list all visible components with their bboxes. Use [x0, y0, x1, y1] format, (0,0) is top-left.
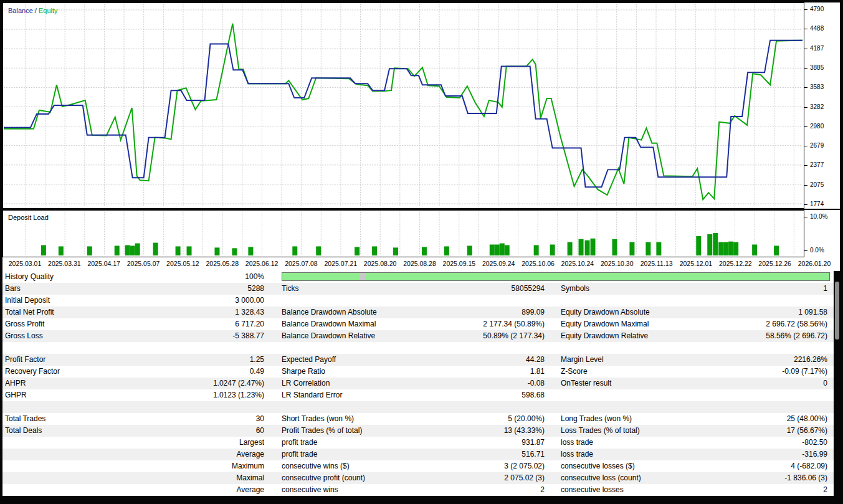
deposit-bar: [591, 239, 596, 255]
stats-cell-lv: 60: [115, 425, 264, 437]
stats-cell-rv: -0.09 (7.17%): [685, 366, 827, 378]
stats-cell-lv: 100%: [115, 271, 264, 283]
scrollbar-thumb[interactable]: [835, 282, 839, 340]
date-tick-label: 2025.09.24: [482, 260, 515, 267]
stats-row: History Quality100%: [2, 271, 834, 283]
deposit-bar: [232, 248, 237, 255]
deposit-axis-min: 0.0%: [804, 247, 824, 254]
date-tick-label: 2025.09.15: [443, 260, 476, 267]
stats-cell-rv: 2216.26%: [685, 354, 827, 366]
date-tick-label: 2025.07.08: [285, 260, 318, 267]
balance-equity-chart[interactable]: Balance / Equity: [2, 2, 804, 209]
deposit-bar: [214, 247, 219, 255]
deposit-bar: [723, 242, 728, 255]
deposit-bar: [752, 245, 757, 256]
price-tick-label: 2377: [804, 161, 824, 168]
deposit-bar: [550, 245, 555, 256]
stats-cell-lv: 5288: [115, 283, 264, 295]
stats-row: Gross Loss-5 388.77Balance Drawdown Rela…: [2, 330, 834, 342]
deposit-bar: [645, 242, 650, 255]
date-tick-label: 2025.12.01: [680, 260, 713, 267]
deposit-bar: [774, 245, 779, 255]
stats-cell-rv: -802.50: [685, 437, 827, 449]
deposit-load-plot: [3, 211, 804, 257]
stats-cell-rv: -1 836.06 (3): [685, 472, 827, 484]
deposit-bar: [612, 239, 617, 255]
deposit-bar: [355, 247, 360, 255]
stats-cell-mv: 5 (20.00%): [401, 413, 545, 425]
legend-balance-label: Balance: [8, 7, 33, 14]
deposit-bar: [130, 245, 135, 255]
stats-row: Total Deals60Profit Trades (% of total)1…: [2, 425, 834, 437]
stats-cell-lv: 30: [115, 413, 264, 425]
deposit-bar: [316, 246, 321, 255]
deposit-bar: [393, 247, 398, 255]
stats-cell-mv: 50.89% (2 177.34): [401, 330, 545, 342]
stats-row: Averageconsecutive wins2consecutive loss…: [2, 484, 834, 496]
deposit-bar: [444, 246, 449, 255]
date-tick-label: 2025.04.17: [87, 260, 120, 267]
deposit-bar: [707, 234, 712, 255]
date-tick-label: 2025.11.13: [641, 260, 673, 267]
price-tick-label: 4488: [804, 25, 824, 32]
deposit-load-chart[interactable]: Deposit Load: [2, 210, 804, 257]
stats-cell-mv: 2 075.02 (3): [401, 472, 545, 484]
date-tick-label: 2025.05.12: [166, 260, 199, 267]
deposit-bar: [696, 236, 701, 255]
deposit-bar: [41, 245, 46, 256]
price-tick-label: 4790: [804, 6, 824, 12]
stats-cell-rv: 2 696.72 (58.56%): [685, 318, 827, 330]
deposit-bar: [718, 242, 723, 255]
chart-legend: Balance / Equity: [8, 7, 58, 14]
deposit-bar: [87, 246, 92, 255]
deposit-bar: [733, 242, 738, 255]
deposit-bar: [495, 245, 500, 256]
vertical-scrollbar[interactable]: [834, 272, 840, 496]
date-tick-label: 2025.03.31: [48, 260, 81, 267]
deposit-bar: [125, 245, 130, 256]
balance-equity-plot: [3, 3, 804, 208]
deposit-bar: [629, 242, 634, 255]
legend-equity-label: Equity: [39, 7, 58, 14]
stats-row: GHPR1.0123 (1.23%)LR Standard Error598.6…: [2, 389, 834, 401]
deposit-bar: [728, 242, 733, 255]
deposit-bar: [248, 247, 253, 255]
date-tick-label: 2025.07.21: [325, 260, 358, 267]
stats-cell-lv: Maximum: [115, 460, 264, 472]
deposit-bar: [115, 245, 120, 255]
date-tick-label: 2025.10.06: [522, 260, 555, 267]
stats-cell-mv: 44.28: [401, 354, 545, 366]
stats-cell-lv: -5 388.77: [115, 330, 264, 342]
deposit-bar: [713, 233, 718, 255]
stats-row: Maximalconsecutive profit (count)2 075.0…: [2, 472, 834, 484]
history-quality-gap: [359, 273, 365, 280]
stats-cell-lv: Largest: [115, 437, 264, 449]
stats-cell-rv: 1 091.58: [685, 307, 827, 318]
deposit-bar: [176, 246, 181, 255]
stats-cell-rv: 58.56% (2 696.72): [685, 330, 827, 342]
deposit-bar: [585, 240, 590, 255]
date-tick-label: 2025.05.07: [127, 260, 160, 267]
deposit-bar: [135, 244, 140, 255]
deposit-bar: [153, 243, 158, 255]
stats-cell-lv: Maximal: [115, 472, 264, 484]
stats-cell-lv: Average: [115, 449, 264, 460]
price-tick-label: 3885: [804, 64, 824, 71]
price-tick-label: 4187: [804, 45, 824, 52]
history-quality-progress-bar: [282, 272, 830, 281]
stats-cell-lv: 1.25: [115, 354, 264, 366]
stats-cell-rv: 1: [685, 283, 827, 295]
stats-row: Recovery Factor0.49Sharpe Ratio1.81Z-Sco…: [2, 366, 834, 378]
stats-row: Gross Profit6 717.20Balance Drawdown Max…: [2, 318, 834, 330]
date-tick-label: 2025.06.12: [245, 260, 279, 267]
legend-separator: /: [33, 7, 39, 14]
date-tick-label: 2025.12.26: [758, 260, 791, 267]
deposit-bar: [490, 245, 495, 256]
price-tick-label: 2980: [804, 123, 824, 130]
deposit-bar: [467, 245, 472, 255]
stats-cell-lv: 1.0247 (2.47%): [115, 378, 264, 389]
date-tick-label: 2025.03.01: [9, 260, 42, 267]
stats-cell-rv: 4 (-682.09): [685, 460, 827, 472]
stats-cell-lv: 6 717.20: [115, 318, 264, 330]
date-tick-label: 2025.08.28: [403, 260, 436, 267]
